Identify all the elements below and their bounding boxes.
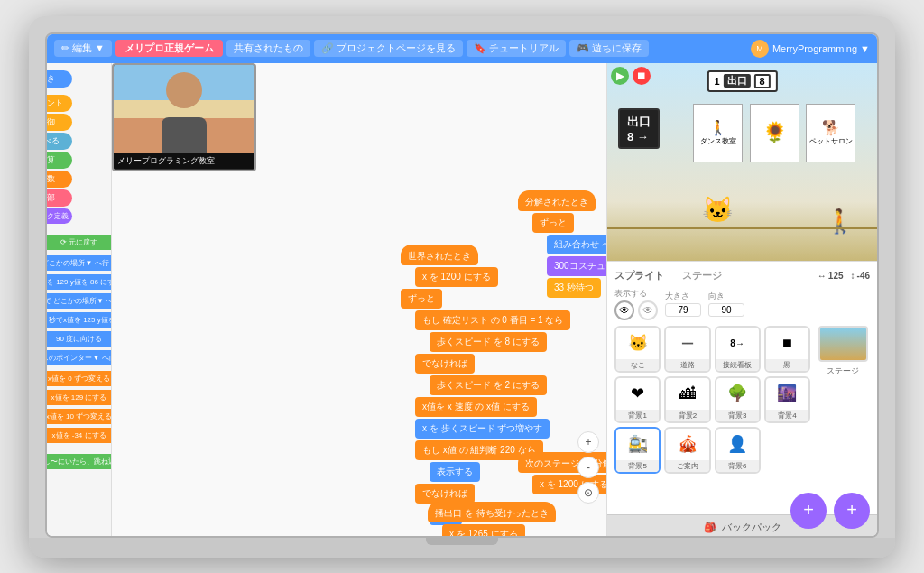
sprite-stage-grid: 🐱 なこ ━━ 道路 8→ 接続看板 xyxy=(614,326,870,492)
hat-block-1[interactable]: 分解されたとき xyxy=(518,190,596,211)
hat-block-2[interactable]: 世界されたとき xyxy=(401,245,478,265)
sprite-thumb-9[interactable]: 🎪 ご案内 xyxy=(664,427,710,474)
x-value: 125 xyxy=(828,271,844,281)
save-button[interactable]: 🎮 遊ちに保存 xyxy=(569,40,649,57)
stage-thumb-label: ステージ xyxy=(827,365,859,377)
mini-block-4[interactable]: 1 秒で どこかの場所▼ へ行く xyxy=(47,293,112,309)
size-value[interactable]: 79 xyxy=(665,303,701,317)
sprite-coordinates: ↔ 125 ↕ -46 xyxy=(818,271,870,281)
sprite-img-5: 🏙 xyxy=(666,378,708,410)
category-myblocks[interactable]: ブロック定義 xyxy=(47,208,72,224)
hat-block-4[interactable]: 播出口 を 待ち受けったとき xyxy=(428,502,556,522)
zoom-in-button[interactable]: + xyxy=(578,431,599,453)
change-x-block[interactable]: x を 歩くスピード ずつ増やす xyxy=(415,419,550,439)
add-stage-button[interactable]: + xyxy=(790,493,827,514)
category-sensing[interactable]: 調べる xyxy=(47,133,72,150)
sprite-label-5: 背景2 xyxy=(666,410,708,421)
set-x-block-3[interactable]: x を 1265 にする xyxy=(442,524,525,538)
person-head xyxy=(166,72,202,108)
set-xval-block[interactable]: x値を x 速度 の x値 にする xyxy=(415,397,537,417)
sprite-thumb-5[interactable]: 🏙 背景2 xyxy=(664,376,710,423)
mini-block-12[interactable]: もし〜にいたら、跳ね返る xyxy=(47,454,112,469)
laptop-notch xyxy=(426,538,498,545)
forever-block-1[interactable]: ずっと xyxy=(532,213,574,233)
sprite-label-3: 黒 xyxy=(766,359,808,371)
set-speed-1[interactable]: 歩くスピード を 8 にする xyxy=(430,332,547,352)
shop-3: 🐕 ペットサロン xyxy=(806,104,855,162)
direction-value[interactable]: 90 xyxy=(708,303,744,317)
else-block-1[interactable]: でなければ xyxy=(415,354,475,374)
floor-line xyxy=(607,227,877,229)
sprite-thumb-0[interactable]: 🐱 なこ xyxy=(614,326,661,373)
mini-block-10[interactable]: x値を 10 ずつ変える xyxy=(47,409,112,424)
laptop-base xyxy=(29,538,895,558)
size-label: 大きさ xyxy=(665,291,701,302)
stop-button[interactable]: ⏹ xyxy=(633,67,651,85)
mini-block-6[interactable]: 90 度に向ける xyxy=(47,331,112,347)
sprite-img-9: 🎪 xyxy=(666,429,708,460)
scroll-controls: + - ⊙ xyxy=(578,431,599,504)
sprite-img-10: 👤 xyxy=(716,429,759,460)
mini-block-11[interactable]: x値を -34 にする xyxy=(47,428,112,443)
sprite-grid: 🐱 なこ ━━ 道路 8→ 接続看板 xyxy=(614,326,810,474)
right-panel: ▶ ⏹ ⊟ ⊞ ⛶ 1 出口 8 xyxy=(606,63,877,538)
green-flag-button[interactable]: ▶ xyxy=(611,67,629,85)
mini-block-5[interactable]: 1 秒でx値を 125 y値を xyxy=(47,312,112,328)
sprite-thumb-4[interactable]: ❤ 背景1 xyxy=(614,376,661,423)
webcam-video xyxy=(114,65,254,154)
mini-block-7[interactable]: マウスのポインター▼ へ向ける xyxy=(47,350,112,365)
mini-block-2[interactable]: どこかの場所▼ へ行く xyxy=(47,255,112,271)
edit-button[interactable]: ✏ 編集 ▼ xyxy=(54,40,112,57)
category-events[interactable]: イベント xyxy=(47,95,72,112)
tutorial-button[interactable]: 🔖 チュートリアル xyxy=(467,40,566,57)
sprite-label-10: 背景6 xyxy=(716,460,759,472)
person-body xyxy=(162,117,207,153)
cat-sprite[interactable]: 🐱 xyxy=(702,195,734,225)
sprite-thumb-8[interactable]: 🚉 背景5 xyxy=(614,427,661,474)
sprite-thumb-1[interactable]: ━━ 道路 xyxy=(664,326,710,373)
sprite-label-7: 背景4 xyxy=(766,410,808,421)
station-sign: 1 出口 8 xyxy=(707,70,777,92)
stage-thumbnail[interactable] xyxy=(818,326,868,362)
sprite-thumb-6[interactable]: 🌳 背景3 xyxy=(715,376,761,423)
mini-block-9[interactable]: x値を 129 にする xyxy=(47,390,112,405)
set-speed-2[interactable]: 歩くスピード を 2 にする xyxy=(430,375,547,395)
sprite-img-8: 🚉 xyxy=(616,429,659,460)
hide-eye-button[interactable]: 👁 xyxy=(638,300,658,320)
shop-1: 🚶 ダンス教室 xyxy=(693,104,743,162)
mini-block-3[interactable]: x番を 129 y値を 86 にする xyxy=(47,274,112,290)
person-sprite[interactable]: 🚶 xyxy=(826,208,855,236)
sprite-img-0: 🐱 xyxy=(616,328,659,359)
sprite-panel-title: スプライト xyxy=(614,269,664,282)
zoom-out-button[interactable]: - xyxy=(578,457,599,478)
stage-controls: ▶ ⏹ xyxy=(611,67,651,85)
backpack-icon: 🎒 xyxy=(704,522,716,533)
sprite-thumb-10[interactable]: 👤 背景6 xyxy=(715,427,761,474)
sprite-thumb-2[interactable]: 8→ 接続看板 xyxy=(715,326,761,373)
user-menu[interactable]: M MerryProgramming ▼ xyxy=(751,40,870,58)
sprite-thumb-7[interactable]: 🌆 背景4 xyxy=(764,376,810,423)
add-sprite-button[interactable]: + xyxy=(834,493,870,514)
category-operators[interactable]: 演算 xyxy=(47,152,72,169)
show-eye-button[interactable]: 👁 xyxy=(614,300,634,320)
shared-button[interactable]: 共有されたもの xyxy=(226,40,310,57)
category-all[interactable]: 全部 xyxy=(47,189,72,207)
sprite-thumb-3[interactable]: ■ 黒 xyxy=(764,326,810,373)
show-block[interactable]: 表示する xyxy=(430,462,480,482)
category-variables[interactable]: 変数 xyxy=(47,171,72,188)
view-project-button[interactable]: 🔗 プロジェクトページを見る xyxy=(314,40,463,57)
if-block-1[interactable]: もし 確定リスト の 0 番目 = 1 なら xyxy=(415,310,570,330)
category-motion[interactable]: 動き xyxy=(47,70,72,88)
mini-block-1[interactable]: ⟳ 元に戻す xyxy=(47,235,112,250)
reset-view-button[interactable]: ⊙ xyxy=(578,482,599,504)
category-control[interactable]: 制御 xyxy=(47,114,72,131)
forever-block-2[interactable]: ずっと xyxy=(401,289,442,309)
top-navigation: ✏ 編集 ▼ メリプロ正規ゲーム 共有されたもの 🔗 プロジェクトページを見る … xyxy=(47,34,877,63)
webcam-label: メリープログラミング教室 xyxy=(114,153,254,169)
mini-block-8[interactable]: x値を 0 ずつ変える xyxy=(47,371,112,386)
block-stack-4: 播出口 を 待ち受けったとき x を 1265 にする xyxy=(428,501,556,538)
sprite-grid-container: 🐱 なこ ━━ 道路 8→ 接続看板 xyxy=(614,326,810,492)
sprite-label-1: 道路 xyxy=(666,359,708,371)
sprite-label-9: ご案内 xyxy=(666,460,708,472)
set-x-block[interactable]: x を 1200 にする xyxy=(415,267,498,287)
